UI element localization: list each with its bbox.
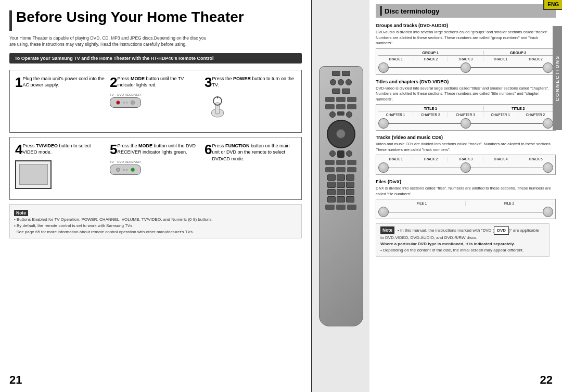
main-title: Before Using Your Home Theater bbox=[16, 9, 244, 26]
arrow-line-3 bbox=[389, 123, 461, 124]
ch4-cell: CHAPTER 1 bbox=[483, 112, 518, 117]
remote-btn-c bbox=[347, 97, 356, 102]
files-divx-section: Files (DivX) DivX is divided into sectio… bbox=[376, 179, 556, 219]
remote-btn-1 bbox=[332, 71, 340, 76]
remote-btn-l bbox=[347, 167, 356, 172]
remote-vol-row bbox=[322, 111, 361, 118]
step-3-text: Press the POWER button to turn on the TV… bbox=[212, 75, 296, 88]
files-divx-diagram: FILE 1 FILE 2 bbox=[376, 199, 556, 219]
eng-badge: ENG bbox=[543, 0, 562, 10]
remote-plus-btn bbox=[346, 111, 352, 118]
remote-num-1 bbox=[327, 174, 336, 181]
f2: FILE 2 bbox=[466, 201, 553, 206]
right-page: ENG CONNECTIONS bbox=[312, 0, 562, 392]
connections-label: CONNECTIONS bbox=[555, 55, 560, 102]
remote-btn-k bbox=[336, 167, 346, 172]
title2-label: TITLE 2 bbox=[483, 106, 553, 111]
tracks-row: TRACK 1 TRACK 2 TRACK 3 TRACK 4 TRACK 5 bbox=[378, 157, 553, 161]
remote-row-7 bbox=[322, 160, 361, 165]
disc-icon-9 bbox=[543, 162, 553, 173]
tracks-video-title: Tracks (Video and music CDs) bbox=[376, 135, 556, 140]
titles-chapters-section: Titles and chapters (DVD-VIDEO) DVD-vide… bbox=[376, 79, 556, 131]
step-3: 3 Press the POWER button to turn on the … bbox=[205, 75, 296, 121]
t2: TRACK 2 bbox=[413, 157, 448, 161]
arrow-line-1 bbox=[389, 67, 461, 68]
remote-column bbox=[312, 0, 369, 392]
remote-pill-step5: ○ ○ bbox=[110, 165, 141, 175]
remote-num-6 bbox=[346, 182, 354, 188]
tv-light-red bbox=[116, 100, 120, 105]
step-6: 6 Press FUNCTION button on the main unit… bbox=[205, 143, 296, 189]
note-text: • Buttons Enabled for TV Operation: POWE… bbox=[14, 217, 297, 235]
group1-label: GROUP 1 bbox=[378, 50, 483, 55]
title-section: Before Using Your Home Theater bbox=[9, 9, 302, 31]
remote-device bbox=[319, 66, 363, 326]
remote-num-0 bbox=[337, 196, 345, 203]
ch3-cell: CHAPTER 3 bbox=[448, 112, 483, 117]
remote-power-row bbox=[322, 79, 361, 85]
note-right-text: • In this manual, the instructions marke… bbox=[380, 228, 539, 252]
steps-row-2: 4 Press TV/VIDEO button to select VIDEO … bbox=[15, 143, 296, 189]
tracks-video-diagram: TRACK 1 TRACK 2 TRACK 3 TRACK 4 TRACK 5 bbox=[376, 155, 556, 175]
remote-num-9 bbox=[346, 189, 354, 195]
remote-mode-btn bbox=[332, 88, 340, 94]
note-right-label: Note bbox=[380, 226, 394, 234]
remote-play-btn bbox=[346, 150, 352, 157]
group2-label: GROUP 2 bbox=[483, 50, 553, 55]
disc-icon-8 bbox=[461, 162, 471, 173]
files-divx-title: Files (DivX) bbox=[376, 179, 556, 184]
step-1-text: Plug the main unit's power cord into the… bbox=[22, 75, 107, 88]
note-label: Note bbox=[14, 210, 28, 216]
disc-icon-11 bbox=[543, 207, 553, 217]
operate-banner: To Operate your Samsung TV and the Home … bbox=[9, 53, 302, 64]
step-5-number: 5 bbox=[110, 143, 117, 156]
files-divx-text: DivX is divided into sections called "fi… bbox=[376, 186, 556, 197]
remote-num-8 bbox=[337, 189, 345, 195]
subtitle-text: Your Home Theater is capable of playing … bbox=[9, 35, 207, 48]
step-5-image: TV DVD RECEIVER ○ ○ bbox=[110, 160, 201, 175]
titles-diagram-header: TITLE 1 TITLE 2 bbox=[378, 106, 553, 111]
step-5: 5 Press the MODE button until the DVD RE… bbox=[110, 143, 201, 189]
remote-row-5 bbox=[322, 104, 361, 109]
remote-btn-f bbox=[347, 104, 356, 109]
remote-btn-i bbox=[347, 160, 356, 165]
disc-icon-3 bbox=[543, 62, 553, 73]
step-4-image bbox=[15, 160, 107, 189]
disc-icon-4 bbox=[378, 118, 389, 129]
ch5-cell: CHAPTER 2 bbox=[518, 112, 553, 117]
note-left: Note • Buttons Enabled for TV Operation:… bbox=[9, 204, 302, 238]
disc-section: Disc terminology Groups and tracks (DVD-… bbox=[369, 0, 562, 392]
remote-return-btn bbox=[329, 150, 336, 157]
track5-cell: TRACK 2 bbox=[518, 57, 553, 61]
tracks-video-text: Video and music CDs are divided into sec… bbox=[376, 142, 556, 153]
remote-btn-o bbox=[347, 205, 356, 210]
arrow-line-4 bbox=[471, 123, 543, 124]
disc-icon-7 bbox=[378, 162, 389, 173]
remote-btn-4 bbox=[346, 79, 352, 85]
arrow-line-2 bbox=[471, 67, 543, 68]
title1-label: TITLE 1 bbox=[378, 106, 483, 111]
groups-tracks-text: DVD-audio is divided into several large … bbox=[376, 30, 556, 46]
remote-num-10 bbox=[327, 196, 336, 203]
disc-header-bar bbox=[380, 6, 382, 16]
remote-vol-bar bbox=[337, 111, 344, 116]
remote-num-5 bbox=[337, 182, 345, 188]
step-5-text: Press the MODE button until the DVD RECE… bbox=[117, 143, 201, 156]
groups-tracks-section: Groups and tracks (DVD-AUDIO) DVD-audio … bbox=[376, 23, 556, 75]
track4-cell: TRACK 1 bbox=[483, 57, 518, 61]
disc-icon-5 bbox=[461, 118, 471, 129]
ch2-cell: CHAPTER 2 bbox=[413, 112, 448, 117]
steps-top-box: 1 Plug the main unit's power cord into t… bbox=[9, 70, 302, 133]
disc-header: Disc terminology bbox=[376, 4, 556, 18]
tv-light-off bbox=[116, 168, 120, 172]
svg-rect-1 bbox=[215, 103, 220, 114]
step-3-number: 3 bbox=[205, 75, 212, 89]
tracks-video-section: Tracks (Video and music CDs) Video and m… bbox=[376, 135, 556, 175]
ch1-cell: CHAPTER 1 bbox=[378, 112, 413, 117]
disc-icon-6 bbox=[543, 118, 553, 129]
t3: TRACK 3 bbox=[448, 157, 483, 161]
remote-btn-h bbox=[336, 160, 346, 165]
step-2-image: TV DVD RECEIVER ○ ○ bbox=[110, 93, 201, 108]
remote-row-3 bbox=[322, 88, 361, 94]
title-bar bbox=[9, 10, 12, 31]
